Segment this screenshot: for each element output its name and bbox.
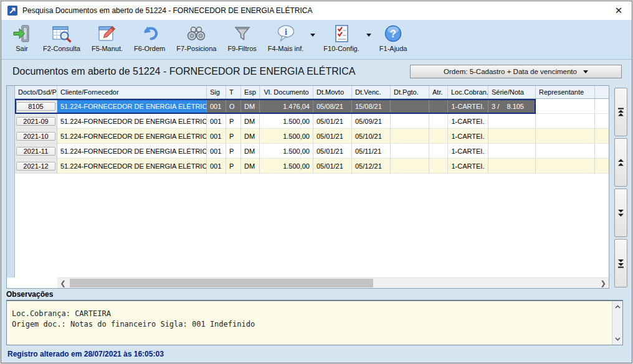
tipo-cell[interactable]: P bbox=[226, 144, 241, 159]
dt-movto-cell[interactable]: 05/01/21 bbox=[313, 144, 352, 159]
scroll-up-icon[interactable] bbox=[612, 302, 622, 312]
ajuda-button[interactable]: ? F1-Ajuda bbox=[374, 22, 413, 53]
manutencao-button[interactable]: F5-Manut. bbox=[86, 22, 128, 53]
table-row[interactable]: 2021-12 51.224-FORNECEDOR DE ENERGIA ELÉ… bbox=[15, 159, 609, 174]
close-icon[interactable]: ✕ bbox=[608, 2, 629, 19]
atr-cell[interactable] bbox=[429, 129, 448, 144]
scroll-right-icon[interactable]: ❯ bbox=[597, 278, 609, 288]
exit-button[interactable]: Sair bbox=[6, 22, 37, 53]
loc-cobran-cell[interactable]: 1-CARTEI. bbox=[448, 99, 488, 114]
cliente-cell[interactable]: 51.224-FORNECEDOR DE ENERGIA ELÉTRICA bbox=[57, 129, 207, 144]
docto-cell[interactable]: 2021-12 bbox=[15, 159, 57, 174]
mais-inf-dropdown-icon[interactable] bbox=[310, 34, 315, 39]
valor-cell[interactable]: 1.500,00 bbox=[260, 129, 313, 144]
sig-cell[interactable]: 001 bbox=[207, 129, 226, 144]
column-header-vl-documento[interactable]: Vl. Documento bbox=[260, 86, 313, 98]
serie-nota-cell[interactable] bbox=[488, 144, 536, 159]
representante-cell[interactable] bbox=[536, 144, 595, 159]
serie-nota-cell[interactable] bbox=[488, 114, 536, 129]
dt-pgto-cell[interactable] bbox=[391, 159, 429, 174]
representante-cell[interactable] bbox=[536, 159, 595, 174]
docto-cell[interactable]: 8105 bbox=[15, 99, 57, 114]
especie-cell[interactable]: DM bbox=[241, 159, 260, 174]
column-header-atr[interactable]: Atr. bbox=[429, 86, 448, 98]
observacoes-scrollbar[interactable] bbox=[612, 301, 622, 345]
order-dropdown-button[interactable]: Ordem: 5-Cadastro + Data de vencimento bbox=[410, 65, 622, 78]
dt-pgto-cell[interactable] bbox=[391, 99, 429, 114]
cliente-cell[interactable]: 51.224-FORNECEDOR DE ENERGIA ELÉTRICA bbox=[57, 159, 207, 174]
config-dropdown-icon[interactable] bbox=[366, 34, 371, 39]
loc-cobran-cell[interactable]: 1-CARTEI. bbox=[448, 114, 488, 129]
config-button[interactable]: F10-Config. bbox=[318, 22, 364, 53]
tipo-cell[interactable]: P bbox=[226, 129, 241, 144]
dt-pgto-cell[interactable] bbox=[391, 144, 429, 159]
column-header-dt-pgto[interactable]: Dt.Pgto. bbox=[391, 86, 429, 98]
dt-venc-cell[interactable]: 05/12/21 bbox=[352, 159, 391, 174]
representante-cell[interactable] bbox=[536, 114, 595, 129]
column-header-docto[interactable]: Docto/Dsd/Par bbox=[15, 86, 57, 98]
scroll-left-icon[interactable]: ❮ bbox=[57, 278, 69, 288]
column-header-representante[interactable]: Representante bbox=[536, 86, 595, 98]
valor-cell[interactable]: 1.500,00 bbox=[260, 144, 313, 159]
representante-cell[interactable] bbox=[536, 129, 595, 144]
table-row[interactable]: 8105 51.224-FORNECEDOR DE ENERGIA ELÉTRI… bbox=[15, 99, 609, 114]
dt-venc-cell[interactable]: 05/09/21 bbox=[352, 114, 391, 129]
first-record-button[interactable] bbox=[614, 88, 627, 136]
table-row[interactable]: 2021-09 51.224-FORNECEDOR DE ENERGIA ELÉ… bbox=[15, 114, 609, 129]
valor-cell[interactable]: 1.500,00 bbox=[260, 159, 313, 174]
cliente-cell[interactable]: 51.224-FORNECEDOR DE ENERGIA ELÉTRICA bbox=[57, 99, 207, 114]
loc-cobran-cell[interactable]: 1-CARTEI. bbox=[448, 129, 488, 144]
sig-cell[interactable]: 001 bbox=[207, 114, 226, 129]
column-header-dt-venc[interactable]: Dt.Venc. bbox=[352, 86, 391, 98]
column-header-serie-nota[interactable]: Série/Nota bbox=[488, 86, 536, 98]
dt-movto-cell[interactable]: 05/08/21 bbox=[313, 99, 352, 114]
atr-cell[interactable] bbox=[429, 114, 448, 129]
column-header-sig[interactable]: Sig bbox=[207, 86, 226, 98]
previous-page-button[interactable] bbox=[614, 138, 627, 187]
tipo-cell[interactable]: P bbox=[226, 159, 241, 174]
docto-cell[interactable]: 2021-10 bbox=[15, 129, 57, 144]
column-header-esp[interactable]: Esp bbox=[241, 86, 260, 98]
next-page-button[interactable] bbox=[614, 189, 627, 237]
representante-cell[interactable] bbox=[536, 99, 595, 114]
especie-cell[interactable]: DM bbox=[241, 114, 260, 129]
dt-venc-cell[interactable]: 05/11/21 bbox=[352, 144, 391, 159]
column-header-loc-cobran[interactable]: Loc.Cobran. bbox=[448, 86, 488, 98]
especie-cell[interactable]: DM bbox=[241, 129, 260, 144]
sig-cell[interactable]: 001 bbox=[207, 159, 226, 174]
loc-cobran-cell[interactable]: 1-CARTEI. bbox=[448, 159, 488, 174]
posiciona-button[interactable]: F7-Posiciona bbox=[171, 22, 222, 53]
table-row[interactable]: 2021-10 51.224-FORNECEDOR DE ENERGIA ELÉ… bbox=[15, 129, 609, 144]
dt-pgto-cell[interactable] bbox=[391, 114, 429, 129]
dt-movto-cell[interactable]: 05/01/21 bbox=[313, 129, 352, 144]
valor-cell[interactable]: 1.500,00 bbox=[260, 114, 313, 129]
dt-pgto-cell[interactable] bbox=[391, 129, 429, 144]
sig-cell[interactable]: 001 bbox=[207, 99, 226, 114]
serie-nota-cell[interactable] bbox=[488, 159, 536, 174]
atr-cell[interactable] bbox=[429, 159, 448, 174]
atr-cell[interactable] bbox=[429, 99, 448, 114]
loc-cobran-cell[interactable]: 1-CARTEI. bbox=[448, 144, 488, 159]
docto-cell[interactable]: 2021-09 bbox=[15, 114, 57, 129]
column-header-cliente[interactable]: Cliente/Fornecedor bbox=[57, 86, 207, 98]
table-row[interactable]: 2021-11 51.224-FORNECEDOR DE ENERGIA ELÉ… bbox=[15, 144, 609, 159]
especie-cell[interactable]: DM bbox=[241, 144, 260, 159]
serie-nota-cell[interactable]: 3 / 8.105 bbox=[488, 99, 536, 114]
tipo-cell[interactable]: O bbox=[226, 99, 241, 114]
dt-movto-cell[interactable]: 05/01/21 bbox=[313, 114, 352, 129]
dt-movto-cell[interactable]: 05/01/21 bbox=[313, 159, 352, 174]
especie-cell[interactable]: DM bbox=[241, 99, 260, 114]
docto-cell[interactable]: 2021-11 bbox=[15, 144, 57, 159]
dt-venc-cell[interactable]: 05/10/21 bbox=[352, 129, 391, 144]
filtros-button[interactable]: F9-Filtros bbox=[222, 22, 262, 53]
last-record-button[interactable] bbox=[614, 239, 627, 287]
ordem-button[interactable]: F6-Ordem bbox=[128, 22, 171, 53]
cliente-cell[interactable]: 51.224-FORNECEDOR DE ENERGIA ELÉTRICA bbox=[57, 114, 207, 129]
dt-venc-cell[interactable]: 15/08/21 bbox=[352, 99, 391, 114]
horizontal-scrollbar-thumb[interactable] bbox=[70, 279, 373, 287]
horizontal-scrollbar[interactable]: ❮ ❯ bbox=[57, 278, 609, 288]
atr-cell[interactable] bbox=[429, 144, 448, 159]
cliente-cell[interactable]: 51.224-FORNECEDOR DE ENERGIA ELÉTRICA bbox=[57, 144, 207, 159]
tipo-cell[interactable]: P bbox=[226, 114, 241, 129]
sig-cell[interactable]: 001 bbox=[207, 144, 226, 159]
